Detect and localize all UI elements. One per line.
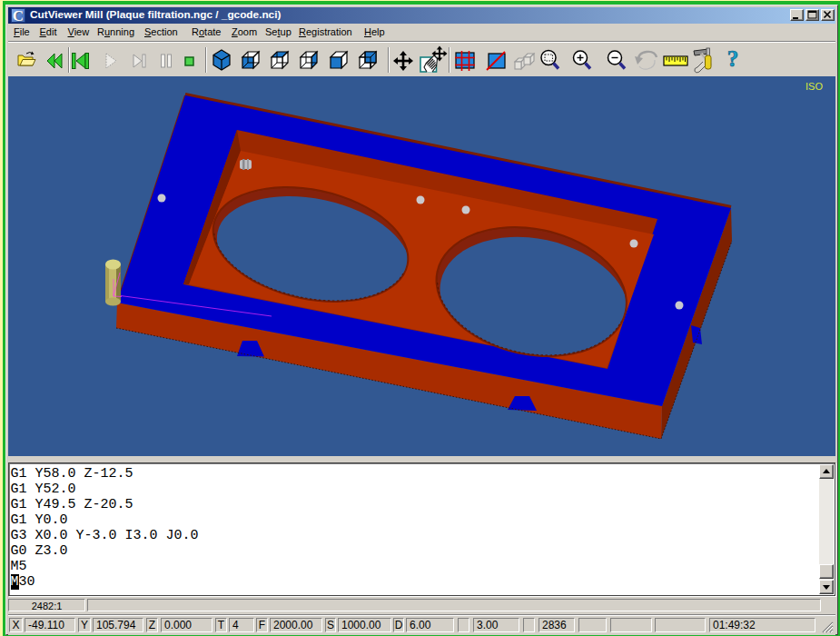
svg-text:?: ?	[727, 46, 739, 71]
